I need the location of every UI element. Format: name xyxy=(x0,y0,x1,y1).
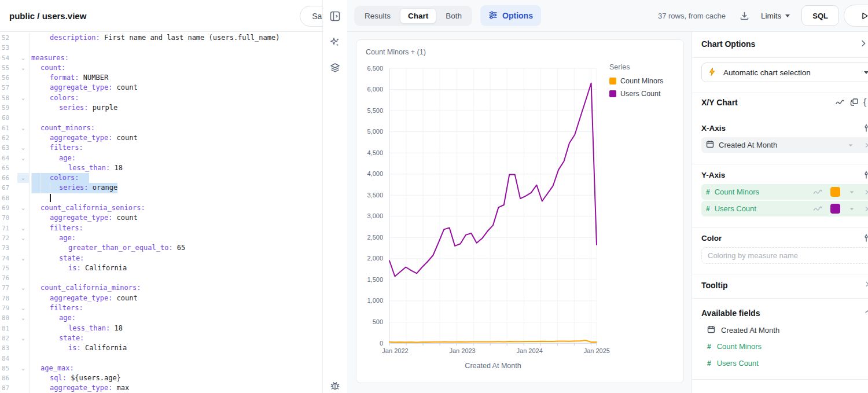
editor-line-71[interactable]: 71⌄filters: xyxy=(0,223,322,233)
fold-chevron-icon[interactable]: ⌄ xyxy=(17,283,29,293)
editor-line-87[interactable]: 87aggregate_type: max xyxy=(0,383,322,393)
editor-line-81[interactable]: 81less_than: 18 xyxy=(0,324,322,333)
editor-line-73[interactable]: 73greater_than_or_equal_to: 65 xyxy=(0,243,322,253)
layers-icon[interactable] xyxy=(329,62,341,76)
run-query-button[interactable] xyxy=(844,5,868,27)
available-field-users-count[interactable]: #Users Count xyxy=(707,359,759,368)
tab-chart[interactable]: Chart xyxy=(400,8,436,24)
editor-line-62[interactable]: 62aggregate_type: count xyxy=(0,133,322,143)
save-button[interactable]: Save c xyxy=(300,6,322,27)
legend-item[interactable]: Count Minors xyxy=(609,77,663,85)
row-count-status: 37 rows, from cache xyxy=(658,12,726,20)
fold-chevron-icon[interactable]: ⌄ xyxy=(17,313,29,323)
download-icon[interactable] xyxy=(740,11,749,21)
chevron-right-icon[interactable] xyxy=(859,39,868,50)
editor-line-80[interactable]: 80⌄age: xyxy=(0,313,322,323)
chevron-up-icon[interactable] xyxy=(863,308,868,318)
editor-line-75[interactable]: 75is: California xyxy=(0,263,322,273)
chevron-down-icon[interactable] xyxy=(847,142,854,149)
editor-line-64[interactable]: 64⌄age: xyxy=(0,153,322,163)
editor-line-74[interactable]: 74⌄state: xyxy=(0,254,322,263)
chart-options-button[interactable]: Options xyxy=(480,5,541,26)
sql-button[interactable]: SQL xyxy=(801,5,839,26)
yaml-editor[interactable]: 52description: First name and last name … xyxy=(0,32,322,393)
editor-line-56[interactable]: 56format: NUMBER xyxy=(0,73,322,83)
editor-line-82[interactable]: 82⌄state: xyxy=(0,333,322,343)
editor-line-79[interactable]: 79⌄filters: xyxy=(0,303,322,313)
limits-dropdown[interactable]: Limits xyxy=(761,12,790,20)
editor-line-70[interactable]: 70aggregate_type: count xyxy=(0,213,322,223)
expand-chevron-icon[interactable] xyxy=(863,189,868,196)
y-axis-field-pill-users-count[interactable]: #Users Count xyxy=(701,201,868,216)
series-color-swatch[interactable] xyxy=(830,187,840,197)
fold-chevron-icon[interactable]: ⌄ xyxy=(17,233,29,243)
editor-line-77[interactable]: 77⌄count_california_minors: xyxy=(0,283,322,293)
editor-line-59[interactable]: 59series: purple xyxy=(0,103,322,113)
editor-line-58[interactable]: 58⌄colors: xyxy=(0,93,322,103)
y-axis-field-pill-count-minors[interactable]: #Count Minors xyxy=(701,184,868,200)
editor-line-55[interactable]: 55⌄count: xyxy=(0,63,322,73)
chevron-down-icon[interactable] xyxy=(848,189,855,196)
chevron-icon[interactable] xyxy=(863,280,868,291)
x-axis-field-pill[interactable]: Created At Month xyxy=(701,137,868,153)
editor-line-85[interactable]: 85⌄age_max: xyxy=(0,363,322,373)
editor-line-52[interactable]: 52description: First name and last name … xyxy=(0,33,322,43)
editor-line-57[interactable]: 57aggregate_type: count xyxy=(0,83,322,93)
editor-line-60[interactable]: 60 xyxy=(0,113,322,123)
fold-chevron-icon[interactable]: ⌄ xyxy=(17,53,29,63)
color-by-placeholder[interactable]: Coloring by measure name xyxy=(701,247,868,264)
fold-chevron-icon[interactable]: ⌄ xyxy=(17,203,29,213)
code-brace-icon[interactable]: { xyxy=(863,97,866,106)
line-number: 59 xyxy=(0,103,17,113)
editor-line-63[interactable]: 63⌄filters: xyxy=(0,143,322,153)
available-field-count-minors[interactable]: #Count Minors xyxy=(707,342,762,351)
duplicate-chart-icon[interactable] xyxy=(849,97,859,109)
svg-text:2,500: 2,500 xyxy=(367,234,383,241)
line-number: 61 xyxy=(0,123,17,133)
line-chart-type-icon[interactable] xyxy=(835,98,845,109)
editor-line-65[interactable]: 65less_than: 18 xyxy=(0,163,322,173)
fold-chevron-icon[interactable]: ⌄ xyxy=(17,143,29,153)
series-color-swatch[interactable] xyxy=(830,204,840,214)
sparkles-icon[interactable] xyxy=(329,36,341,50)
tab-results[interactable]: Results xyxy=(356,8,399,24)
editor-line-72[interactable]: 72⌄age: xyxy=(0,233,322,243)
axis-settings-sliders-icon[interactable] xyxy=(864,170,868,182)
svg-text:6,500: 6,500 xyxy=(367,65,383,72)
fold-chevron-icon[interactable]: ⌄ xyxy=(17,153,29,163)
line-style-icon[interactable] xyxy=(813,189,822,196)
fold-chevron-icon[interactable]: ⌄ xyxy=(17,363,29,373)
bug-icon[interactable] xyxy=(329,380,341,393)
tab-both[interactable]: Both xyxy=(437,8,470,24)
expand-chevron-icon[interactable] xyxy=(863,205,868,212)
editor-line-54[interactable]: 54⌄measures: xyxy=(0,53,322,63)
editor-line-69[interactable]: 69⌄count_california_seniors: xyxy=(0,203,322,213)
editor-line-67[interactable]: 67series: orange xyxy=(0,183,322,193)
legend-item[interactable]: Users Count xyxy=(609,90,663,98)
editor-line-83[interactable]: 83is: California xyxy=(0,343,322,353)
fold-chevron-icon[interactable]: ⌄ xyxy=(17,333,29,343)
fold-chevron-icon[interactable]: ⌄ xyxy=(17,173,29,183)
line-style-icon[interactable] xyxy=(813,205,822,212)
fold-chevron-icon[interactable]: ⌄ xyxy=(17,223,29,233)
editor-line-53[interactable]: 53 xyxy=(0,43,322,53)
editor-line-76[interactable]: 76 xyxy=(0,273,322,283)
automatic-chart-selection-dropdown[interactable]: Automatic chart selection xyxy=(701,63,868,82)
editor-line-84[interactable]: 84 xyxy=(0,354,322,363)
fold-chevron-icon[interactable]: ⌄ xyxy=(17,303,29,313)
available-field-created-at-month[interactable]: Created At Month xyxy=(707,325,779,335)
editor-line-78[interactable]: 78aggregate_type: count xyxy=(0,293,322,303)
fold-chevron-icon[interactable]: ⌄ xyxy=(17,63,29,73)
expand-chevron-icon[interactable] xyxy=(863,142,868,149)
editor-line-86[interactable]: 86sql: ${users.age} xyxy=(0,373,322,383)
chevron-down-icon[interactable] xyxy=(848,205,855,212)
color-settings-sliders-icon[interactable] xyxy=(864,233,868,245)
fold-chevron-icon[interactable]: ⌄ xyxy=(17,123,29,133)
fold-chevron-icon[interactable]: ⌄ xyxy=(17,93,29,103)
fold-chevron-icon[interactable]: ⌄ xyxy=(17,254,29,263)
editor-line-61[interactable]: 61⌄count_minors: xyxy=(0,123,322,133)
editor-line-66[interactable]: 66⌄colors: xyxy=(0,173,322,183)
panel-right-icon[interactable] xyxy=(329,10,341,24)
axis-settings-sliders-icon[interactable] xyxy=(864,123,868,135)
editor-line-68[interactable]: 68 xyxy=(0,193,322,203)
